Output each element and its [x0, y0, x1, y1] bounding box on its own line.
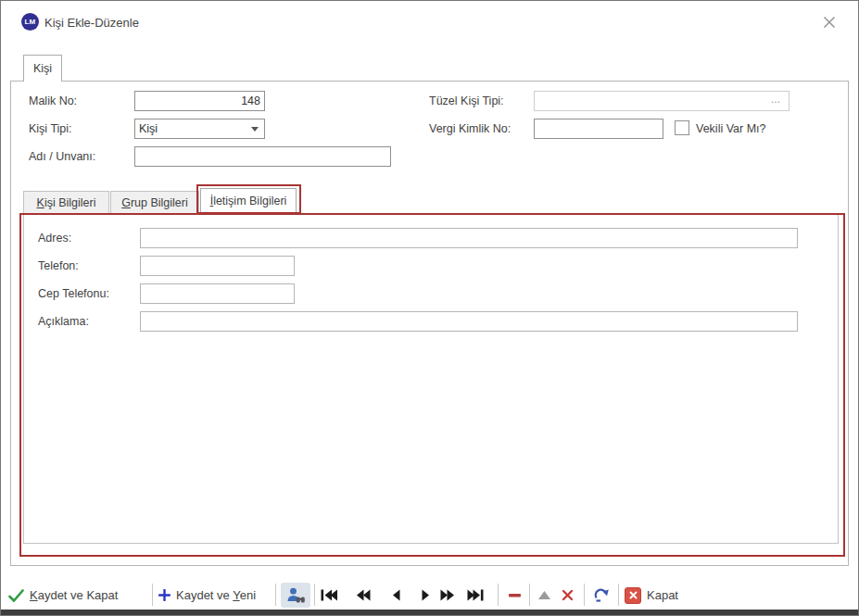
kisi-tipi-value: Kişi — [139, 122, 251, 135]
toolbar-separator — [584, 584, 585, 606]
vergi-kimlik-no-label: Vergi Kimlik No: — [429, 122, 511, 135]
toolbar-separator — [152, 584, 153, 606]
check-icon — [8, 589, 24, 602]
malik-no-input[interactable] — [134, 91, 265, 111]
save-and-new-button[interactable]: Kaydet ve Yeni — [158, 583, 256, 608]
cep-telefonu-input[interactable] — [140, 283, 295, 304]
save-and-close-button[interactable]: Kaydet ve Kapat — [8, 583, 118, 608]
nav-prev-page-icon — [356, 589, 371, 601]
browse-ellipsis-button[interactable]: ... — [764, 93, 787, 106]
toolbar-separator — [529, 584, 530, 606]
vekili-var-mi-label: Vekili Var Mı? — [696, 122, 766, 135]
toolbar-separator — [498, 584, 499, 606]
x-icon — [562, 589, 574, 601]
kisi-tipi-label: Kişi Tipi: — [29, 122, 72, 135]
adres-label: Adres: — [38, 232, 71, 245]
delete-record-button[interactable] — [503, 583, 525, 608]
app-logo: LM — [21, 13, 39, 31]
cep-telefonu-label: Cep Telefonu: — [38, 287, 109, 300]
window-title: Kişi Ekle-Düzenle — [44, 16, 139, 30]
cancel-edit-button[interactable] — [556, 583, 578, 608]
nav-next-button[interactable] — [413, 583, 437, 608]
window-bottom-edge — [1, 610, 858, 615]
nav-next-icon — [422, 589, 430, 601]
plus-icon — [158, 589, 171, 601]
adres-input[interactable] — [140, 228, 798, 248]
tab-label: işi Bilgileri — [44, 196, 96, 209]
toolbar-separator — [618, 584, 619, 606]
tab-kisi-bilgileri[interactable]: Kişi Bilgileri — [23, 191, 109, 214]
aciklama-label: Açıklama: — [38, 315, 89, 328]
up-triangle-icon — [538, 591, 550, 599]
toolbar-separator — [314, 584, 315, 606]
window-close-button[interactable] — [811, 8, 848, 36]
nav-prev-icon — [392, 589, 400, 601]
kisi-tipi-combobox[interactable]: Kişi — [134, 119, 265, 139]
tuzel-kisi-tipi-label: Tüzel Kişi Tipi: — [429, 94, 504, 107]
refresh-button[interactable] — [589, 583, 613, 608]
toolbar-separator — [275, 584, 276, 606]
adi-unvani-label: Adı / Unvanı: — [29, 150, 95, 163]
vekili-var-mi-checkbox[interactable] — [675, 120, 689, 135]
vergi-kimlik-no-input[interactable] — [534, 119, 663, 139]
tab-accel: G — [121, 196, 131, 209]
nav-first-button[interactable] — [317, 583, 341, 608]
refresh-icon — [594, 588, 610, 602]
telefon-label: Telefon: — [38, 259, 79, 272]
tab-iletisim-bilgileri[interactable]: İletişim Bilgileri — [200, 188, 297, 214]
up-arrow-button[interactable] — [534, 583, 554, 608]
kapat-button[interactable]: Kapat — [625, 583, 678, 608]
close-box-icon — [625, 587, 641, 604]
kisi-ekle-duzenle-dialog: LM Kişi Ekle-Düzenle Kişi Malik No: Tüze… — [0, 0, 859, 616]
minus-icon — [509, 594, 521, 597]
tab-grup-bilgileri[interactable]: Grup Bilgileri — [110, 191, 199, 214]
nav-prev-page-button[interactable] — [351, 583, 375, 608]
nav-prev-button[interactable] — [384, 583, 408, 608]
malik-no-label: Malik No: — [29, 94, 77, 107]
nav-last-icon — [467, 589, 484, 601]
nav-next-page-button[interactable] — [436, 583, 460, 608]
nav-next-page-icon — [440, 589, 455, 601]
close-icon — [823, 16, 836, 29]
kapat-label: Kapat — [647, 588, 678, 602]
nav-last-button[interactable] — [463, 583, 487, 608]
person-search-button[interactable] — [281, 583, 310, 608]
save-and-new-label: Kaydet ve Yeni — [176, 588, 256, 602]
chevron-down-icon — [251, 127, 259, 132]
person-search-icon — [286, 587, 306, 604]
telefon-input[interactable] — [140, 256, 295, 276]
tuzel-kisi-tipi-input[interactable] — [534, 91, 790, 111]
tab-kisi[interactable]: Kişi — [23, 55, 62, 82]
tab-label: rup Bilgileri — [131, 196, 188, 209]
adi-unvani-input[interactable] — [134, 146, 391, 167]
aciklama-input[interactable] — [140, 311, 798, 332]
nav-first-icon — [321, 589, 337, 601]
tab-label: letişim Bilgileri — [213, 195, 286, 207]
tab-accel: K — [37, 196, 44, 209]
save-and-close-label: Kaydet ve Kapat — [30, 588, 118, 602]
